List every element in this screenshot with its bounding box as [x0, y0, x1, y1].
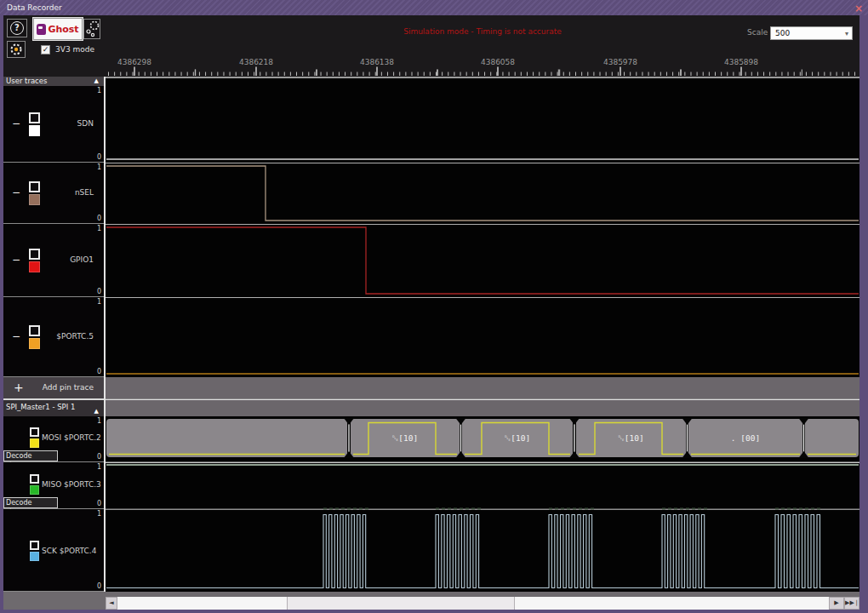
- level-low-label: 0: [97, 500, 101, 507]
- add-pin-trace-button[interactable]: + Add pin trace: [3, 377, 104, 400]
- scroll-left-button[interactable]: ◄: [106, 597, 117, 610]
- level-low-label: 0: [97, 288, 101, 295]
- remove-trace-button[interactable]: −: [12, 186, 20, 198]
- trace-color-swatch[interactable]: [29, 261, 40, 272]
- scale-value: 500: [775, 29, 790, 37]
- ghost-logo-button[interactable]: Ghost: [32, 17, 83, 41]
- trace-row-sck: SCK $PORTC.410: [3, 509, 104, 592]
- mosi-decode-value: ␐[10]: [618, 433, 643, 443]
- ruler-timestamp: 4385898: [724, 58, 758, 66]
- settings-button[interactable]: [7, 41, 26, 58]
- remove-trace-button[interactable]: −: [12, 117, 20, 129]
- trace-visibility-swatch[interactable]: [29, 249, 40, 260]
- scroll-right-button[interactable]: ▶: [829, 597, 844, 610]
- level-low-label: 0: [97, 453, 101, 461]
- v33-mode-checkbox[interactable]: ✓: [41, 45, 50, 54]
- trace-color-swatch[interactable]: [30, 552, 39, 561]
- title-bar[interactable]: Data Recorder ×: [0, 0, 868, 15]
- mosi-decode-value: . [00]: [731, 433, 760, 443]
- trace-visibility-swatch[interactable]: [29, 325, 40, 336]
- window-title: Data Recorder: [7, 0, 62, 15]
- level-high-label: 1: [97, 225, 101, 232]
- mosi-decode-value: ␐[10]: [505, 433, 530, 443]
- level-high-label: 1: [97, 87, 101, 95]
- collapse-up-icon[interactable]: ▲: [94, 77, 99, 84]
- level-high-label: 1: [97, 163, 101, 171]
- ruler-timestamp: 4385978: [603, 58, 637, 66]
- mosi-decode-bubble: [106, 419, 347, 457]
- trace-color-swatch[interactable]: [30, 485, 39, 495]
- help-button[interactable]: ?: [7, 19, 27, 37]
- ruler-timestamp: 4386218: [239, 58, 273, 66]
- trace-label: nSEL: [43, 188, 94, 197]
- trace-visibility-swatch[interactable]: [30, 541, 39, 550]
- gear-icon: [8, 42, 25, 57]
- trace-row-gpio1: −GPIO110: [3, 224, 104, 297]
- ruler-timestamp: 4386298: [117, 58, 151, 66]
- trace-label: SCK $PORTC.4: [42, 547, 96, 555]
- data-recorder-window: Data Recorder × ? Ghost Simulation mode …: [0, 0, 868, 613]
- scale-dropdown[interactable]: 500 ▾: [770, 26, 853, 40]
- remove-trace-button[interactable]: −: [12, 254, 20, 266]
- scrollbar-corner: [3, 597, 106, 610]
- ghost-logo-text: Ghost: [48, 24, 78, 35]
- trace-row-sdn: −SDN10: [3, 86, 104, 163]
- level-high-label: 1: [97, 463, 101, 471]
- simulation-warning: Simulation mode - Timing is not accurate: [355, 27, 610, 36]
- plus-icon: +: [14, 381, 24, 394]
- level-high-label: 1: [97, 417, 101, 425]
- trace-visibility-swatch[interactable]: [30, 427, 39, 437]
- level-high-label: 1: [97, 510, 101, 518]
- level-low-label: 0: [97, 368, 101, 375]
- mosi-decode-bubble: [805, 419, 859, 457]
- timeline-ruler[interactable]: 4386298438621843861384386058438597843858…: [106, 56, 859, 77]
- ghost-logo-icon: [37, 24, 46, 35]
- user-traces-header: User traces ▲: [3, 77, 104, 86]
- trace-color-swatch[interactable]: [30, 438, 39, 448]
- trace-row-mosi: MOSI $PORTC.210Decode stream: [3, 416, 104, 462]
- trace-visibility-swatch[interactable]: [29, 112, 40, 123]
- level-high-label: 1: [97, 298, 101, 306]
- pinout-settings-button[interactable]: [83, 19, 100, 39]
- spi-group-header: SPI_Master1 - SPI 1 ▲: [3, 400, 104, 416]
- ruler-ticks: [109, 67, 855, 77]
- trace-color-swatch[interactable]: [29, 338, 40, 349]
- decode-stream-button[interactable]: Decode stream: [3, 497, 58, 508]
- trace-visibility-swatch[interactable]: [29, 181, 40, 192]
- mosi-decode-value: ␐[10]: [392, 433, 418, 443]
- trace-visibility-swatch[interactable]: [30, 474, 39, 484]
- v33-mode-label: 3V3 mode: [55, 45, 94, 54]
- trace-color-swatch[interactable]: [29, 194, 40, 205]
- scrollbar-thumb[interactable]: [287, 597, 515, 610]
- level-low-label: 0: [97, 582, 101, 590]
- trace-row-miso: MISO $PORTC.310Decode stream: [3, 462, 104, 509]
- scale-label: Scale: [747, 28, 768, 37]
- trace-label: MISO $PORTC.3: [42, 480, 101, 489]
- ruler-timestamp: 4386138: [360, 58, 394, 66]
- ruler-timestamp: 4386058: [481, 58, 515, 66]
- add-pin-trace-label: Add pin trace: [43, 383, 94, 392]
- waveform-canvas[interactable]: ␐[10]␐[10]␐[10]. [00]: [106, 77, 859, 592]
- trace-color-swatch[interactable]: [29, 125, 40, 136]
- remove-trace-button[interactable]: −: [12, 330, 20, 342]
- decode-stream-button[interactable]: Decode stream: [3, 450, 58, 461]
- trace-row-nsel: −nSEL10: [3, 163, 104, 224]
- trace-label: GPIO1: [43, 255, 94, 264]
- pinout-gear-icon: [84, 20, 100, 38]
- trace-row-portc5: −$PORTC.510: [3, 297, 104, 377]
- scroll-end-button[interactable]: ▶▶❘: [844, 597, 859, 610]
- close-icon[interactable]: ×: [854, 1, 863, 16]
- spi-group-title: SPI_Master1 - SPI 1: [6, 403, 75, 411]
- trace-label: $PORTC.5: [43, 332, 94, 341]
- trace-label: MOSI $PORTC.2: [42, 433, 101, 442]
- help-icon: ?: [10, 21, 24, 35]
- user-traces-title: User traces: [6, 77, 47, 85]
- trace-label: SDN: [43, 119, 94, 128]
- level-low-label: 0: [97, 153, 101, 161]
- level-low-label: 0: [97, 215, 101, 222]
- chevron-down-icon: ▾: [845, 28, 848, 40]
